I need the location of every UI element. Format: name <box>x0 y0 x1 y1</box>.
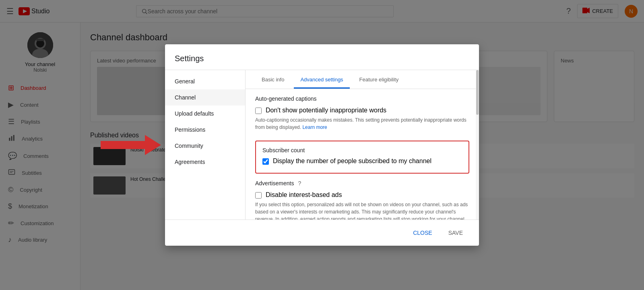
subscriber-checkbox-row: Display the number of people subscribed … <box>262 157 462 165</box>
learn-more-link[interactable]: Learn more <box>302 124 327 130</box>
dialog-nav-upload-defaults[interactable]: Upload defaults <box>165 106 245 122</box>
dialog-body: General Channel Upload defaults Permissi… <box>165 70 479 220</box>
subscriber-count-section: Subscriber count Display the number of p… <box>255 141 469 174</box>
captions-title: Auto-generated captions <box>255 95 469 102</box>
captions-checkbox-row: Don't show potentially inappropriate wor… <box>255 107 469 114</box>
captions-section: Auto-generated captions Don't show poten… <box>246 89 479 137</box>
save-button[interactable]: SAVE <box>442 226 469 239</box>
tab-advanced-settings[interactable]: Advanced settings <box>294 70 349 89</box>
subscriber-checkbox[interactable] <box>262 158 269 165</box>
ads-title: Advertisements ? <box>255 180 469 186</box>
subscriber-title: Subscriber count <box>262 147 462 153</box>
scrollbar-thumb <box>476 70 479 115</box>
dialog-title: Settings <box>165 44 479 70</box>
captions-checkbox[interactable] <box>255 108 262 114</box>
red-arrow-svg <box>101 133 161 157</box>
dialog-nav-channel[interactable]: Channel <box>165 89 245 106</box>
dialog-sidebar: General Channel Upload defaults Permissi… <box>165 70 246 220</box>
tab-basic-info[interactable]: Basic info <box>255 70 291 89</box>
ads-description: If you select this option, personalized … <box>255 201 469 220</box>
dialog-nav-agreements[interactable]: Agreements <box>165 154 245 170</box>
close-button[interactable]: CLOSE <box>407 226 438 239</box>
dialog-footer: CLOSE SAVE <box>165 220 479 246</box>
dialog-nav-general[interactable]: General <box>165 73 245 89</box>
subscriber-label[interactable]: Display the number of people subscribed … <box>273 157 431 165</box>
annotation-arrow <box>101 133 161 157</box>
scrollbar-track[interactable] <box>476 70 479 220</box>
ads-checkbox-row: Disable interest-based ads <box>255 191 469 199</box>
settings-dialog: Settings General Channel Upload defaults… <box>165 44 479 246</box>
advertisements-section: Advertisements ? Disable interest-based … <box>246 180 479 220</box>
settings-tabs: Basic info Advanced settings Feature eli… <box>246 70 479 89</box>
dialog-right-content: Basic info Advanced settings Feature eli… <box>246 70 479 220</box>
dialog-overlay: Settings General Channel Upload defaults… <box>0 0 644 290</box>
dialog-nav-community[interactable]: Community <box>165 138 245 154</box>
captions-label[interactable]: Don't show potentially inappropriate wor… <box>266 107 386 114</box>
ads-help-icon[interactable]: ? <box>298 180 301 186</box>
ads-label[interactable]: Disable interest-based ads <box>266 191 342 199</box>
tab-feature-eligibility[interactable]: Feature eligibility <box>353 70 405 89</box>
captions-description: Auto-captioning occasionally makes mista… <box>255 116 469 131</box>
ads-checkbox[interactable] <box>255 192 262 199</box>
svg-marker-17 <box>101 135 161 155</box>
dialog-nav-permissions[interactable]: Permissions <box>165 122 245 138</box>
dialog-wrapper: Settings General Channel Upload defaults… <box>165 44 479 246</box>
